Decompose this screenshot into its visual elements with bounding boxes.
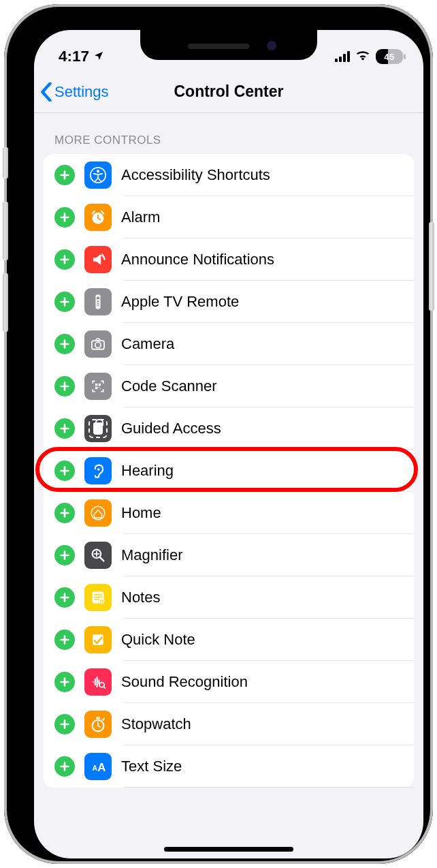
control-row-accessibility-shortcuts: Accessibility Shortcuts — [52, 154, 414, 196]
svg-rect-11 — [99, 384, 101, 386]
sound-recognition-icon — [84, 668, 112, 696]
scanner-icon — [84, 373, 112, 400]
svg-rect-20 — [93, 634, 103, 645]
hearing-icon — [84, 457, 112, 484]
control-row-announce-notifications: Announce Notifications — [52, 238, 414, 281]
stopwatch-icon — [84, 711, 112, 738]
svg-point-4 — [97, 296, 99, 299]
control-row-home: Home — [52, 492, 414, 534]
status-time: 4:17 — [59, 48, 89, 65]
remote-icon — [84, 288, 112, 315]
control-label-stopwatch: Stopwatch — [121, 715, 191, 733]
home-indicator[interactable] — [164, 847, 293, 852]
control-row-magnifier: Magnifier — [52, 534, 414, 576]
svg-rect-7 — [97, 305, 99, 305]
control-row-code-scanner: Code Scanner — [52, 365, 414, 407]
page-title: Control Center — [174, 82, 284, 101]
add-button-quick-note[interactable] — [54, 630, 75, 650]
announce-icon — [84, 246, 112, 273]
add-button-home[interactable] — [54, 503, 75, 523]
svg-point-1 — [97, 170, 99, 172]
svg-text:A: A — [97, 761, 106, 774]
alarm-icon — [84, 204, 112, 231]
control-row-apple-tv-remote: Apple TV Remote — [52, 281, 414, 323]
text-size-icon: AA — [84, 753, 112, 780]
add-button-stopwatch[interactable] — [54, 714, 75, 734]
control-label-notes: Notes — [121, 589, 160, 606]
control-label-quick-note: Quick Note — [121, 631, 195, 649]
svg-rect-23 — [96, 717, 100, 719]
control-label-hearing: Hearing — [121, 462, 174, 480]
battery-icon: 45 — [376, 49, 403, 64]
section-header-more-controls: MORE CONTROLS — [34, 134, 423, 154]
control-label-accessibility-shortcuts: Accessibility Shortcuts — [121, 166, 270, 184]
control-label-apple-tv-remote: Apple TV Remote — [121, 293, 239, 311]
add-button-code-scanner[interactable] — [54, 376, 75, 397]
wifi-icon — [355, 49, 370, 64]
control-label-text-size: Text Size — [121, 758, 182, 775]
quick-note-icon — [84, 626, 112, 653]
notes-icon — [84, 584, 112, 611]
svg-rect-13 — [99, 387, 99, 388]
control-row-notes: Notes — [52, 576, 414, 619]
add-button-hearing[interactable] — [54, 461, 75, 481]
control-label-magnifier: Magnifier — [121, 546, 182, 564]
control-list: Accessibility ShortcutsAlarmAnnounce Not… — [44, 154, 414, 788]
control-label-announce-notifications: Announce Notifications — [121, 251, 274, 268]
add-button-announce-notifications[interactable] — [54, 249, 75, 270]
control-row-hearing: Hearing — [52, 450, 414, 492]
magnifier-icon — [84, 542, 112, 569]
add-button-camera[interactable] — [54, 334, 75, 354]
control-label-home: Home — [121, 504, 161, 522]
control-label-guided-access: Guided Access — [121, 420, 221, 437]
add-button-guided-access[interactable] — [54, 418, 75, 439]
back-button[interactable]: Settings — [39, 71, 109, 112]
location-icon — [93, 48, 104, 65]
cellular-icon — [335, 51, 350, 62]
svg-point-9 — [95, 342, 101, 347]
add-button-accessibility-shortcuts[interactable] — [54, 165, 75, 185]
control-row-quick-note: Quick Note — [52, 619, 414, 661]
control-row-stopwatch: Stopwatch — [52, 703, 414, 745]
camera-icon — [84, 330, 112, 358]
guided-access-icon — [84, 415, 112, 442]
svg-rect-12 — [95, 387, 98, 390]
svg-rect-6 — [97, 303, 99, 303]
control-label-camera: Camera — [121, 335, 174, 353]
svg-rect-10 — [95, 384, 98, 386]
accessibility-icon — [84, 161, 112, 189]
svg-point-15 — [97, 468, 100, 471]
add-button-alarm[interactable] — [54, 207, 75, 228]
control-row-alarm: Alarm — [52, 196, 414, 238]
add-button-sound-recognition[interactable] — [54, 672, 75, 692]
svg-rect-5 — [97, 301, 99, 302]
control-row-camera: Camera — [52, 323, 414, 365]
control-row-text-size: AAText Size — [52, 745, 414, 788]
control-row-guided-access: Guided Access — [52, 407, 414, 450]
add-button-magnifier[interactable] — [54, 545, 75, 565]
svg-rect-14 — [100, 388, 101, 389]
add-button-apple-tv-remote[interactable] — [54, 292, 75, 312]
home-icon — [84, 499, 112, 527]
control-label-alarm: Alarm — [121, 208, 160, 226]
add-button-notes[interactable] — [54, 587, 75, 608]
control-row-sound-recognition: Sound Recognition — [52, 661, 414, 703]
back-label: Settings — [54, 83, 109, 101]
control-label-sound-recognition: Sound Recognition — [121, 673, 248, 691]
control-label-code-scanner: Code Scanner — [121, 377, 217, 395]
add-button-text-size[interactable] — [54, 756, 75, 777]
nav-bar: Settings Control Center — [34, 71, 423, 113]
svg-text:A: A — [93, 764, 98, 772]
